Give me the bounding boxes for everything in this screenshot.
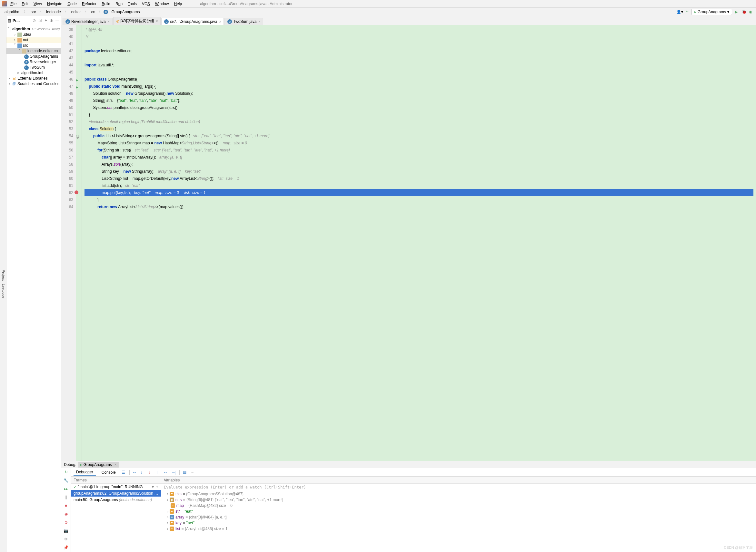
tree-item[interactable]: ›.idea	[6, 32, 61, 37]
window-title: algorithm - src\...\GroupAnagrams.java -…	[198, 1, 295, 7]
user-icon[interactable]: 👤▾	[676, 10, 683, 14]
build-icon[interactable]: ⬑	[686, 10, 689, 14]
mute-bp-icon[interactable]: ⊘	[64, 520, 69, 525]
evaluate-input[interactable]: Evaluate expression (Enter) or add a wat…	[161, 484, 756, 491]
editor-tab[interactable]: ⊘[49]字母异位词分组×	[113, 17, 161, 25]
app-logo-icon	[2, 1, 7, 6]
hide-icon[interactable]: —	[55, 18, 60, 23]
close-icon[interactable]: ×	[219, 20, 221, 23]
frame-row[interactable]: groupAnagrams:62, GroupAnagrams$Solution…	[71, 490, 161, 497]
filter-icon[interactable]: ▼	[151, 485, 155, 489]
step-over-icon[interactable]: ⤻	[133, 470, 137, 475]
breadcrumb[interactable]: editor	[69, 9, 83, 15]
menu-refactor[interactable]: Refactor	[80, 1, 98, 7]
threads-icon[interactable]: ☰	[122, 470, 126, 475]
run-config-combo[interactable]: ▸ GroupAnagrams ▾	[691, 9, 732, 15]
variable-row[interactable]: › ≡ array = {char[3]@484} [a, e, t]	[161, 514, 756, 520]
add-icon[interactable]: +	[156, 485, 158, 489]
variables-list: › = this = {GroupAnagrams$Solution@487}›…	[161, 491, 756, 532]
evaluate-icon[interactable]: ▦	[183, 470, 187, 475]
breakpoints-icon[interactable]: ◉	[64, 511, 69, 517]
trace-icon[interactable]: ⋯	[191, 470, 195, 475]
menu-navigate[interactable]: Navigate	[45, 1, 64, 7]
menu-edit[interactable]: Edit	[20, 1, 30, 7]
force-step-icon[interactable]: ↓	[148, 470, 153, 475]
thread-row[interactable]: ✓ "main"@1 in group "main": RUNNING ▼ +	[71, 484, 161, 490]
debug-icon[interactable]: 🐞	[742, 10, 746, 14]
settings-icon[interactable]: ⚙	[64, 537, 69, 542]
editor-tab[interactable]: Csrc\...\GroupAnagrams.java×	[161, 18, 224, 25]
resume-icon[interactable]: ▸▸	[64, 486, 69, 492]
editor-tab[interactable]: CTwoSum.java×	[224, 18, 263, 25]
breadcrumb[interactable]: src	[29, 9, 38, 15]
run-to-cursor-icon[interactable]: →|	[172, 470, 176, 475]
project-panel: ▦ Pr... ⊙ ⇲ ÷ ✱ — ˅algorithmD:\Work\IDEA…	[6, 16, 61, 552]
debug-sidebar: ↻ 🔧 ▸▸ ∥ ■ ◉ ⊘ 📷 ⚙ 📌	[61, 468, 71, 552]
console-tab[interactable]: Console	[99, 469, 118, 475]
stop-icon[interactable]: ■	[64, 503, 69, 508]
expand-all-icon[interactable]: ⇲	[38, 18, 42, 23]
pin-icon[interactable]: 📌	[64, 545, 69, 550]
modify-icon[interactable]: 🔧	[64, 478, 69, 483]
select-opened-icon[interactable]: ⊙	[32, 18, 36, 23]
debug-label: Debug:	[64, 462, 77, 467]
tree-item-scratches[interactable]: ›🗐Scratches and Consoles	[6, 81, 61, 87]
tree-item-class[interactable]: CReverseInteger	[6, 59, 61, 65]
tree-item-class[interactable]: CTwoSum	[6, 65, 61, 70]
tree-item-extlib[interactable]: ›🏛External Libraries	[6, 76, 61, 81]
rerun-icon[interactable]: ↻	[64, 469, 69, 475]
editor-tabs: CReverseInteger.java× ⊘[49]字母异位词分组× Csrc…	[61, 16, 756, 25]
breadcrumb[interactable]: cn	[89, 9, 97, 15]
tree-item[interactable]: ›out	[6, 37, 61, 43]
menu-tools[interactable]: Tools	[126, 1, 139, 7]
variable-row[interactable]: = map = {HashMap@482} size = 0	[161, 503, 756, 509]
menu-view[interactable]: View	[32, 1, 44, 7]
code-content[interactable]: * 题号: 49 */package leetcode.editor.cn;im…	[82, 25, 756, 461]
variable-row[interactable]: › = this = {GroupAnagrams$Solution@487}	[161, 491, 756, 497]
variable-row[interactable]: › p strs = {String[6]@481} ["eat", "tea"…	[161, 497, 756, 503]
tree-root[interactable]: ˅algorithmD:\Work\IDEA\alg	[6, 26, 61, 32]
editor-tab[interactable]: CReverseInteger.java×	[63, 18, 113, 25]
menu-window[interactable]: Window	[153, 1, 171, 7]
code-editor[interactable]: 3940414243444546▶47▶48495051525354@55565…	[61, 25, 756, 461]
class-icon: C	[104, 10, 108, 14]
debug-panel: Debug: ▸GroupAnagrams× ↻ 🔧 ▸▸ ∥ ■ ◉ ⊘ 📷 …	[61, 461, 756, 552]
close-icon[interactable]: ×	[108, 20, 110, 23]
menu-code[interactable]: Code	[66, 1, 79, 7]
settings-icon[interactable]: ✱	[49, 18, 54, 23]
menu-file[interactable]: File	[8, 1, 18, 7]
step-into-icon[interactable]: ↓	[141, 470, 145, 475]
nav-bar: algorithm〉 src〉 leetcode〉 editor〉 cn〉 C …	[0, 8, 756, 16]
menu-help[interactable]: Help	[172, 1, 184, 7]
variable-row[interactable]: › = key = "aet"	[161, 520, 756, 526]
menu-run[interactable]: Run	[114, 1, 124, 7]
frame-row[interactable]: main:50, GroupAnagrams (leetcode.editor.…	[71, 497, 161, 503]
tree-item[interactable]: ˅src	[6, 43, 61, 48]
line-gutter[interactable]: 3940414243444546▶47▶48495051525354@55565…	[61, 25, 76, 461]
menu-vcs[interactable]: VCS	[140, 1, 152, 7]
step-out-icon[interactable]: ↑	[156, 470, 160, 475]
tree-item-iml[interactable]: 🗎algorithm.iml	[6, 70, 61, 76]
folder-icon: ▦	[8, 18, 11, 23]
close-icon[interactable]: ×	[258, 20, 260, 23]
project-tool-tab[interactable]: Project Leetcode	[0, 16, 6, 552]
close-icon[interactable]: ×	[156, 19, 158, 23]
tree-item-class[interactable]: CGroupAnagrams	[6, 54, 61, 59]
drop-frame-icon[interactable]: ⤺	[164, 470, 169, 475]
collapse-all-icon[interactable]: ÷	[43, 18, 48, 23]
debug-session-tab[interactable]: ▸GroupAnagrams×	[78, 462, 119, 467]
debugger-tab[interactable]: Debugger	[74, 469, 96, 475]
tree-item-package[interactable]: ˅leetcode.editor.cn	[6, 48, 61, 54]
breadcrumb[interactable]: leetcode	[44, 9, 63, 15]
camera-icon[interactable]: 📷	[64, 528, 69, 533]
variable-row[interactable]: › = list = {ArrayList@486} size = 1	[161, 526, 756, 532]
menu-build[interactable]: Build	[100, 1, 112, 7]
pause-icon[interactable]: ∥	[64, 495, 69, 500]
watermark: CSDN @创不了浪	[724, 545, 753, 550]
frames-header: Frames	[74, 478, 87, 482]
variable-row[interactable]: › = str = "eat"	[161, 509, 756, 514]
breadcrumb[interactable]: algorithm	[3, 9, 22, 15]
run-icon[interactable]: ▶	[735, 10, 739, 14]
coverage-icon[interactable]: ◉	[749, 10, 753, 14]
breadcrumb[interactable]: GroupAnagrams	[109, 9, 141, 15]
